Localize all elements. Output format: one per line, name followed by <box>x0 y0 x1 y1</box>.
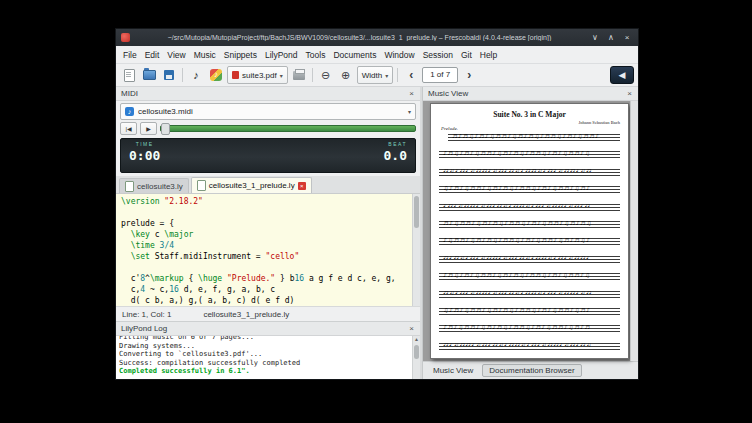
music-system <box>448 134 620 141</box>
score-page[interactable]: Suite No. 3 in C Major Johann Sebastian … <box>430 103 629 359</box>
new-document-button[interactable] <box>120 66 138 84</box>
music-view-area[interactable]: Suite No. 3 in C Major Johann Sebastian … <box>423 101 638 361</box>
log-body: Fitting music on 6 or 7 pages...Drawing … <box>116 336 420 379</box>
lilypond-icon: ♪ <box>210 69 222 81</box>
music-system <box>439 325 620 332</box>
title-bar[interactable]: ~/src/Mutopia/MutopiaProject/ftp/BachJS/… <box>116 29 638 46</box>
print-button[interactable] <box>290 66 308 84</box>
close-icon[interactable]: × <box>621 33 633 42</box>
chevron-down-icon: ▾ <box>280 72 283 79</box>
engrave-preview-button[interactable]: ♪ <box>187 66 205 84</box>
close-icon[interactable]: × <box>408 89 415 98</box>
log-panel-header[interactable]: LilyPond Log × <box>116 322 420 336</box>
maximize-icon[interactable]: ∧ <box>605 33 617 42</box>
music-view-header[interactable]: Music View × <box>423 87 638 101</box>
log-output[interactable]: Fitting music on 6 or 7 pages...Drawing … <box>116 336 412 379</box>
menu-item-session[interactable]: Session <box>419 48 457 62</box>
editor-scrollbar[interactable] <box>412 194 420 306</box>
open-document-button[interactable] <box>140 66 158 84</box>
zoom-mode-combo[interactable]: Width ▾ <box>357 66 393 84</box>
log-scrollbar[interactable]: ▲ <box>412 336 420 379</box>
menu-item-edit[interactable]: Edit <box>141 48 164 62</box>
main-area: MIDI × ♪ cellosuite3.midi ▾ |◀ ▶ <box>116 87 638 379</box>
next-page-button[interactable]: › <box>460 66 478 84</box>
lcd-beat-value: 0.0 <box>384 147 407 164</box>
scrollbar-thumb[interactable] <box>632 103 637 151</box>
editor-tab[interactable]: cellosuite3_1_prelude.ly× <box>191 177 312 193</box>
menu-item-window[interactable]: Window <box>380 48 418 62</box>
score-composer: Johann Sebastian Bach <box>439 120 620 125</box>
document-icon <box>197 180 206 191</box>
save-document-button[interactable] <box>160 66 178 84</box>
midi-position-slider[interactable] <box>160 125 416 132</box>
midi-transport: |◀ ▶ <box>120 122 416 135</box>
midi-panel-title: MIDI <box>121 89 408 98</box>
code-line: prelude = { <box>121 218 412 229</box>
music-document-chooser[interactable]: suite3.pdf ▾ <box>227 66 288 84</box>
save-icon <box>164 70 174 80</box>
bottom-tab-documentation-browser[interactable]: Documentation Browser <box>482 364 581 377</box>
menu-item-git[interactable]: Git <box>457 48 476 62</box>
close-icon[interactable]: × <box>298 182 306 190</box>
document-icon <box>125 181 134 192</box>
midi-panel-header[interactable]: MIDI × <box>116 87 420 101</box>
new-document-icon <box>124 69 135 82</box>
chevron-right-icon: › <box>467 69 471 81</box>
music-system <box>439 273 620 280</box>
menu-item-documents[interactable]: Documents <box>329 48 380 62</box>
printer-icon <box>293 71 305 80</box>
music-view-scrollbar[interactable] <box>630 101 638 361</box>
slider-handle[interactable] <box>161 123 170 135</box>
bottom-tab-music-view[interactable]: Music View <box>427 365 479 376</box>
lcd-beat: BEAT 0.0 <box>384 141 407 171</box>
music-system <box>439 291 620 298</box>
staff-container <box>439 132 620 353</box>
editor-area: \version "2.18.2" prelude = { \key c \ma… <box>116 194 420 306</box>
zoom-mode-label: Width <box>362 71 382 80</box>
chooser-label: suite3.pdf <box>242 71 277 80</box>
log-panel-title: LilyPond Log <box>121 324 408 333</box>
code-line: c'8^\markup { \huge "Prelude." } b16 a g… <box>121 273 412 284</box>
frescobaldi-window: ~/src/Mutopia/MutopiaProject/ftp/BachJS/… <box>115 28 639 380</box>
midi-panel: MIDI × ♪ cellosuite3.midi ▾ |◀ ▶ <box>116 87 420 176</box>
tab-label: cellosuite3.ly <box>137 182 183 191</box>
menu-item-view[interactable]: View <box>163 48 189 62</box>
log-line: Success: compilation successfully comple… <box>119 359 409 368</box>
scroll-up-icon[interactable]: ▲ <box>413 336 420 343</box>
window-title: ~/src/Mutopia/MutopiaProject/ftp/BachJS/… <box>134 34 585 41</box>
minimize-icon[interactable]: ∨ <box>589 33 601 42</box>
menu-item-tools[interactable]: Tools <box>302 48 330 62</box>
editor-tab[interactable]: cellosuite3.ly <box>119 178 189 193</box>
close-icon[interactable]: × <box>408 324 415 333</box>
scrollbar-thumb[interactable] <box>414 345 419 359</box>
play-button[interactable]: ▶ <box>140 122 157 135</box>
previous-page-button[interactable]: ‹ <box>402 66 420 84</box>
music-view-title: Music View <box>428 89 626 98</box>
log-line: Drawing systems... <box>119 342 409 351</box>
zoom-out-button[interactable]: ⊖ <box>317 66 335 84</box>
zoom-in-button[interactable]: ⊕ <box>337 66 355 84</box>
status-filename: cellosuite3_1_prelude.ly <box>203 310 289 319</box>
toolbar-separator <box>182 68 183 82</box>
pdf-icon <box>232 71 239 79</box>
scrollbar-thumb[interactable] <box>414 196 419 228</box>
toolbar-separator <box>312 68 313 82</box>
music-system <box>439 343 620 350</box>
menu-item-file[interactable]: File <box>119 48 141 62</box>
chevron-left-icon: ‹ <box>409 69 413 81</box>
back-button[interactable]: ◀ <box>610 66 634 84</box>
menu-item-help[interactable]: Help <box>476 48 501 62</box>
menu-item-music[interactable]: Music <box>190 48 220 62</box>
close-icon[interactable]: × <box>626 89 633 98</box>
menu-item-lilypond[interactable]: LilyPond <box>261 48 302 62</box>
music-system <box>439 151 620 158</box>
menu-item-snippets[interactable]: Snippets <box>220 48 261 62</box>
page-indicator[interactable]: 1 of 7 <box>422 67 458 83</box>
code-editor[interactable]: \version "2.18.2" prelude = { \key c \ma… <box>116 194 412 306</box>
rewind-button[interactable]: |◀ <box>120 122 137 135</box>
left-pane: MIDI × ♪ cellosuite3.midi ▾ |◀ ▶ <box>116 87 420 379</box>
music-system <box>439 221 620 228</box>
engrave-publish-button[interactable]: ♪ <box>207 66 225 84</box>
midi-file-selector[interactable]: ♪ cellosuite3.midi ▾ <box>120 103 416 120</box>
score-title: Suite No. 3 in C Major <box>439 110 620 119</box>
